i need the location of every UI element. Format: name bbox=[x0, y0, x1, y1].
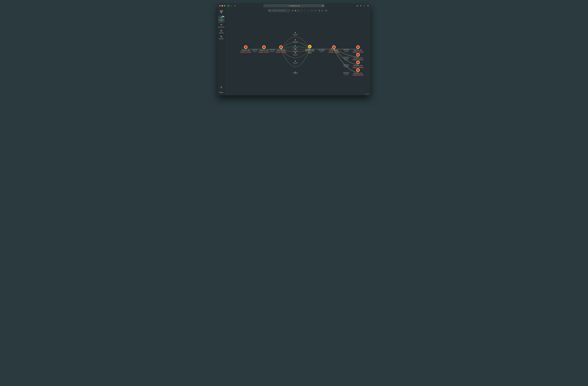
screenshot-icon[interactable] bbox=[300, 9, 303, 12]
new-file-icon[interactable] bbox=[291, 9, 294, 12]
node-warning-badge bbox=[331, 48, 332, 49]
svg-rect-11 bbox=[367, 5, 368, 6]
graph-node[interactable]: 0x9271eddd...d1ab Perpetrator - Bybit Ha… bbox=[352, 61, 364, 68]
svg-point-25 bbox=[326, 10, 327, 11]
sidebar-item-label: CaseConnect bbox=[218, 27, 225, 28]
node-address: 0x3b48fa59...19e3 bbox=[241, 50, 250, 51]
node-tag: Perpetrator - Bybit Hack bbox=[240, 51, 251, 53]
node-address: 0xe8b36709...8c84 bbox=[259, 50, 269, 51]
graph-canvas-area[interactable]: « » ▽ 0x3b48fa59...19e3 Perpetrator - By… bbox=[225, 8, 370, 95]
node-tag: Perpetrator - Bybit Hack bbox=[328, 51, 339, 53]
percent-icon bbox=[220, 35, 223, 38]
new-badge: NEW bbox=[222, 16, 224, 17]
save-icon[interactable] bbox=[294, 9, 297, 12]
graph-node[interactable]: 0xe8b36709...8c84 Perpetrator - Bybit Ha… bbox=[258, 45, 270, 53]
graph-node-exchange[interactable]: 0x1db92e2e...fcf4 Bybit reserve wallets … bbox=[305, 45, 314, 54]
search-box bbox=[268, 9, 290, 12]
node-disc bbox=[356, 68, 360, 72]
sidebar-item-label: Statistics bbox=[219, 92, 223, 93]
reader-mode-icon[interactable] bbox=[322, 5, 324, 7]
svg-point-14 bbox=[221, 12, 222, 13]
sidebar-toggle-icon[interactable] bbox=[228, 5, 229, 7]
graph-node[interactable]: 0x3b48fa59...19e3 Perpetrator - Bybit Ha… bbox=[240, 45, 251, 53]
node-disc bbox=[308, 45, 312, 48]
sidebar-item-settings[interactable] bbox=[218, 85, 225, 89]
node-tag: Perpetrator - Bybit Hack bbox=[352, 51, 364, 53]
edge-midpoint bbox=[295, 52, 296, 53]
window-minimize-button[interactable] bbox=[222, 5, 223, 6]
lock-icon bbox=[220, 29, 223, 32]
document-icon bbox=[309, 46, 311, 47]
sidebar-item-pathfinder[interactable]: NEW Pathfinder 2.0 bbox=[218, 16, 225, 23]
window-close-button[interactable] bbox=[219, 5, 221, 6]
tabs-overview-icon[interactable] bbox=[367, 5, 369, 7]
new-tab-icon[interactable] bbox=[363, 5, 365, 7]
url-bar[interactable]: app.ikna.io 🔒 bbox=[263, 4, 325, 7]
lock-icon: 🔒 bbox=[298, 5, 299, 6]
separator bbox=[219, 90, 224, 90]
chevron-down-icon[interactable] bbox=[231, 5, 232, 7]
titlebar: app.ikna.io 🔒 bbox=[218, 3, 370, 8]
site-icon bbox=[289, 5, 290, 6]
sidebar-item-statistics[interactable]: Statistics bbox=[218, 91, 225, 94]
version-label: v25.01.5 bbox=[365, 93, 370, 95]
node-tag: Perpetrator - Bybit Hack bbox=[275, 51, 287, 53]
svg-point-19 bbox=[221, 87, 222, 88]
marquee-select-icon[interactable] bbox=[311, 9, 314, 12]
node-disc bbox=[356, 53, 360, 57]
graph-node[interactable]: 0x1eb27f13...5e57 Perpetrator - Bybit Ha… bbox=[352, 45, 364, 53]
node-tag: Bybit bbox=[308, 52, 312, 54]
node-address: 0x0fa09c3a...6d2e bbox=[277, 50, 285, 51]
node-address: 0xcd7ec020...c63a bbox=[354, 57, 362, 59]
svg-point-2 bbox=[289, 5, 289, 6]
svg-point-26 bbox=[326, 11, 326, 11]
open-folder-icon[interactable] bbox=[297, 9, 300, 12]
svg-point-17 bbox=[220, 36, 221, 36]
node-disc bbox=[279, 45, 283, 49]
graph-node[interactable]: 0x0fa09c3a...6d2e Perpetrator - Bybit Ha… bbox=[275, 45, 287, 53]
sidebar-item-caseconnect[interactable]: CaseConnect bbox=[218, 23, 225, 29]
node-tag: Perpetrator - Bybit Hack bbox=[352, 74, 364, 76]
node-address: 0x1eb27f13...5e57 bbox=[354, 50, 362, 51]
redo-icon[interactable] bbox=[307, 9, 309, 12]
svg-point-15 bbox=[220, 17, 222, 18]
settings-sliders-icon[interactable] bbox=[325, 9, 328, 12]
svg-rect-16 bbox=[221, 30, 222, 31]
svg-point-3 bbox=[289, 5, 290, 6]
sidebar-item-quicklock[interactable]: Quicklock bbox=[218, 29, 225, 35]
search-input[interactable] bbox=[271, 10, 290, 11]
app-logo[interactable] bbox=[219, 10, 224, 15]
edge-midpoint bbox=[295, 39, 296, 40]
collapse-icon[interactable] bbox=[314, 9, 317, 12]
window-maximize-button[interactable] bbox=[224, 5, 225, 6]
edit-icon[interactable] bbox=[321, 9, 324, 12]
node-disc bbox=[356, 45, 360, 49]
search-icon[interactable] bbox=[268, 9, 271, 12]
svg-rect-0 bbox=[228, 5, 229, 6]
canvas-toolbar bbox=[268, 9, 328, 12]
node-disc bbox=[244, 45, 248, 49]
graph-node[interactable]: 0x47666fab...86e2 Perpetrator - Bybit Ha… bbox=[328, 45, 339, 53]
sidebar-item-taxreport[interactable]: TaxReport bbox=[218, 35, 225, 41]
edge-midpoint bbox=[295, 49, 296, 49]
graph-node[interactable]: 0x4c198b3b...cd67 Perpetrator - Bybit Ha… bbox=[352, 68, 364, 76]
graph-node[interactable]: 0xcd7ec020...c63a Perpetrator - Bybit Ha… bbox=[352, 53, 364, 61]
trash-icon[interactable] bbox=[318, 9, 321, 12]
node-disc bbox=[356, 61, 360, 64]
svg-point-20 bbox=[269, 10, 270, 11]
back-button[interactable] bbox=[234, 5, 236, 7]
downloads-icon[interactable] bbox=[356, 5, 358, 7]
link-icon bbox=[220, 23, 223, 26]
edge-midpoint bbox=[295, 61, 296, 61]
node-tag: Perpetrator - Bybit Hack bbox=[352, 59, 364, 61]
app-window: app.ikna.io 🔒 NEW Pathfinder 2.0 CaseC bbox=[218, 3, 370, 95]
url-text: app.ikna.io bbox=[291, 5, 297, 7]
undo-icon[interactable] bbox=[304, 9, 307, 12]
svg-rect-23 bbox=[311, 10, 313, 11]
node-disc bbox=[332, 45, 336, 49]
node-tag: Perpetrator - Bybit Hack bbox=[258, 51, 270, 53]
node-address: 0x9271eddd...d1ab bbox=[353, 65, 362, 66]
share-icon[interactable] bbox=[360, 5, 362, 7]
svg-point-18 bbox=[221, 37, 222, 37]
node-tag: Perpetrator - Bybit Hack bbox=[352, 66, 364, 68]
